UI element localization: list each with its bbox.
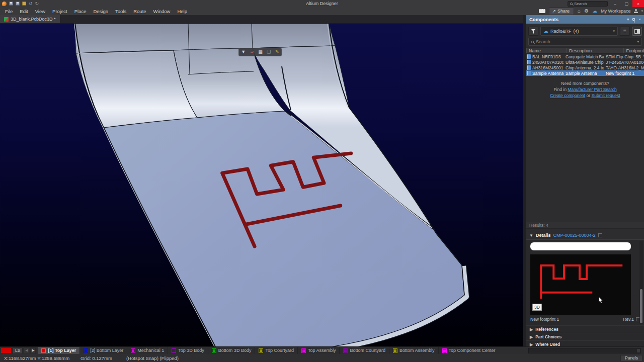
category-dropdown[interactable]: ☁ Radio&RF (4) ▾ bbox=[540, 27, 618, 36]
component-id-link[interactable]: CMP-00025-00004-2 bbox=[553, 233, 595, 238]
layer-tab[interactable]: Bottom 3D Body bbox=[208, 347, 256, 354]
layer-tab-label: Top Component Center bbox=[449, 348, 496, 353]
redo-icon[interactable]: ↻ bbox=[35, 2, 39, 6]
altium-logo-icon bbox=[2, 2, 7, 6]
chevron-down-icon: ▾ bbox=[613, 29, 615, 33]
layer-tab[interactable]: Mechanical 1 bbox=[127, 347, 168, 354]
column-header[interactable]: Footprint bbox=[623, 48, 644, 53]
component-footprint: TAYO-AH316M-2_M bbox=[604, 65, 644, 70]
footprint-2d-preview[interactable] bbox=[530, 242, 631, 250]
table-row[interactable]: BAL-NRF01D3 Conjugate Match Bal... STM-F… bbox=[526, 54, 644, 59]
layer-color-swatch bbox=[259, 348, 263, 353]
layer-color-swatch bbox=[343, 348, 348, 353]
layer-tab[interactable]: [2] Bottom Layer bbox=[80, 347, 127, 354]
scroll-layers-right-button[interactable]: ▶ bbox=[30, 347, 36, 354]
layer-tab-label: Top 3D Body bbox=[178, 348, 204, 353]
3d-badge[interactable]: 3D bbox=[532, 304, 542, 311]
menu-item[interactable]: Tools bbox=[112, 9, 130, 14]
search-icon bbox=[570, 3, 573, 5]
collapsible-section[interactable]: ▶ Part Choices bbox=[526, 333, 644, 340]
panels-button[interactable]: Panels bbox=[620, 355, 642, 361]
footprint-name: New footprint 1 bbox=[530, 317, 559, 322]
menu-item[interactable]: Edit bbox=[16, 9, 31, 14]
menu-item[interactable]: Route bbox=[130, 9, 149, 14]
table-row[interactable]: AH316M245001-T Chip Antenna, 2.4 to... T… bbox=[526, 65, 644, 70]
search-dropdown-caret-icon[interactable]: ▾ bbox=[637, 40, 639, 44]
menu-item[interactable]: Design bbox=[90, 9, 112, 14]
save-icon[interactable] bbox=[9, 2, 13, 6]
column-header[interactable]: Description bbox=[567, 48, 623, 53]
components-search-input[interactable]: Search ▾ bbox=[528, 38, 642, 46]
filter-icon[interactable]: ▼ bbox=[241, 50, 246, 54]
my-workspace-label[interactable]: My Workspace bbox=[601, 9, 630, 14]
layer-tab-label: [2] Bottom Layer bbox=[90, 348, 123, 353]
component-checkbox[interactable] bbox=[598, 233, 602, 237]
global-search-input[interactable]: Search bbox=[568, 1, 608, 7]
user-account-icon[interactable] bbox=[634, 9, 637, 13]
pcb-3d-viewport[interactable]: ▼ ⊃ ▦ ❏ ✎ bbox=[0, 24, 523, 346]
undo-icon[interactable]: ↺ bbox=[29, 2, 33, 6]
menu-item[interactable]: Window bbox=[150, 9, 174, 14]
wand-icon[interactable]: ✎ bbox=[275, 50, 279, 54]
gear-icon[interactable]: ⚙ bbox=[584, 9, 589, 14]
list-view-button[interactable]: ≡ bbox=[620, 27, 630, 36]
filter-button[interactable] bbox=[528, 27, 538, 36]
layer-tab[interactable]: Top 3D Body bbox=[168, 347, 208, 354]
submit-request-link[interactable]: Submit request bbox=[592, 93, 620, 98]
scroll-layers-left-button[interactable]: ◀ bbox=[24, 347, 29, 354]
menu-item[interactable]: Place bbox=[71, 9, 90, 14]
lasso-select-icon[interactable]: ⊃ bbox=[250, 50, 254, 54]
open-icon[interactable] bbox=[22, 2, 26, 6]
scrollbar-thumb[interactable] bbox=[640, 289, 642, 323]
pcb-3d-scene bbox=[0, 24, 523, 346]
maximize-button[interactable]: ▢ bbox=[621, 0, 632, 7]
layer-tab[interactable]: Bottom Assembly bbox=[389, 347, 439, 354]
pin-icon[interactable] bbox=[632, 18, 635, 21]
footprint-3d-preview[interactable]: 3D bbox=[530, 254, 631, 315]
panel-close-icon[interactable]: × bbox=[638, 17, 641, 22]
share-button[interactable]: ↗ Share bbox=[549, 8, 575, 15]
create-component-link[interactable]: Create component bbox=[550, 93, 585, 98]
layer-tab[interactable]: Bottom Courtyard bbox=[340, 347, 389, 354]
collapsible-section[interactable]: ▶ References bbox=[526, 325, 644, 333]
layer-tab[interactable]: Top Component Center bbox=[439, 347, 497, 354]
component-footprint: STM-Flip-Chip_5B_V bbox=[604, 54, 644, 59]
close-button[interactable]: × bbox=[632, 0, 644, 7]
save-all-icon[interactable] bbox=[16, 2, 20, 6]
layers-icon[interactable]: ❏ bbox=[267, 50, 271, 54]
share-arrow-icon: ↗ bbox=[552, 9, 556, 14]
layer-sets-button[interactable]: LS bbox=[13, 347, 23, 354]
layer-bar-recess[interactable] bbox=[528, 348, 641, 353]
panel-title: Components bbox=[529, 17, 627, 22]
document-tab[interactable]: 3D_blank.PcbDoc3D * bbox=[0, 15, 60, 23]
home-icon[interactable]: ⌂ bbox=[578, 9, 581, 14]
grid-setting: Grid: 0.127mm bbox=[80, 355, 112, 361]
panel-dropdown-caret-icon[interactable]: ▾ bbox=[627, 17, 629, 22]
minimize-button[interactable]: – bbox=[609, 0, 621, 7]
layer-tab[interactable]: Top Courtyard bbox=[255, 347, 298, 354]
grid-icon[interactable]: ▦ bbox=[258, 50, 263, 54]
column-header[interactable]: Name bbox=[526, 48, 567, 53]
component-name: AH316M245001-T bbox=[532, 65, 564, 70]
details-header[interactable]: ▼ Details CMP-00025-00004-2 bbox=[526, 231, 644, 239]
table-row[interactable]: 2450AT07A0100 Ultra-Miniature Chip... JT… bbox=[526, 59, 644, 65]
menu-item[interactable]: Project bbox=[49, 9, 71, 14]
status-bar: X:1168.527mm Y:1259.586mm Grid: 0.127mm … bbox=[0, 354, 644, 362]
current-layer-swatch bbox=[1, 348, 11, 353]
cursor-coordinates: X:1168.527mm Y:1259.586mm bbox=[4, 355, 69, 361]
split-view-button[interactable] bbox=[632, 27, 642, 36]
menu-item[interactable]: File bbox=[2, 9, 16, 14]
layer-color-swatch bbox=[84, 348, 88, 353]
user-dropdown-caret-icon[interactable]: ▾ bbox=[641, 9, 643, 13]
layer-tab[interactable]: [1] Top Layer bbox=[38, 347, 80, 354]
menu-item[interactable]: View bbox=[32, 9, 49, 14]
table-row[interactable]: Sample Antenna Sample Antenna New footpr… bbox=[526, 70, 644, 76]
layer-bar: LS ◀ ▶ [1] Top Layer [2] Bottom Layer bbox=[0, 346, 644, 354]
details-scrollbar[interactable] bbox=[639, 241, 643, 324]
component-description: Ultra-Miniature Chip... bbox=[564, 60, 604, 65]
cloud-icon: ☁ bbox=[543, 29, 548, 34]
comments-icon[interactable] bbox=[539, 9, 545, 13]
layer-tab[interactable]: Top Assembly bbox=[298, 347, 340, 354]
menu-item[interactable]: Help bbox=[174, 9, 191, 14]
manufacturer-part-search-link[interactable]: Manufacturer Part Search bbox=[568, 87, 616, 92]
